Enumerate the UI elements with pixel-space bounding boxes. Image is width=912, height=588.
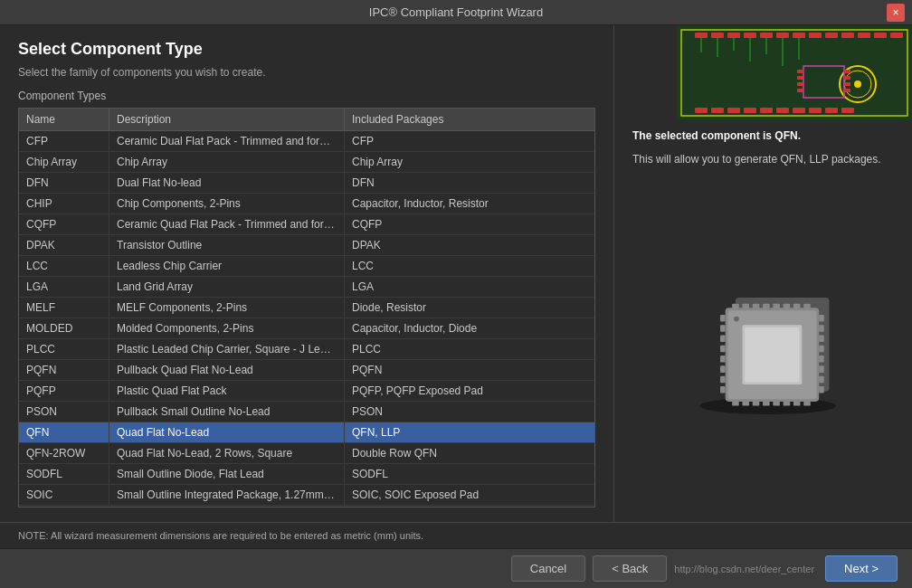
cell-packages: Diode, Resistor (345, 298, 594, 318)
svg-rect-65 (793, 401, 800, 406)
svg-rect-60 (742, 401, 749, 406)
svg-rect-78 (819, 346, 824, 353)
cell-name: PQFP (19, 381, 109, 401)
main-content: Select Component Type Select the family … (0, 25, 912, 588)
table-row[interactable]: DPAKTransistor OutlineDPAK (19, 235, 594, 256)
pcb-decoration (677, 25, 912, 120)
table-row[interactable]: DFNDual Flat No-leadDFN (19, 173, 594, 194)
cell-name: PLCC (19, 339, 109, 359)
cell-name: CFP (19, 131, 109, 151)
cell-packages: Capacitor, Inductor, Resistor (345, 194, 594, 213)
table-row[interactable]: Chip ArrayChip ArrayChip Array (19, 152, 594, 173)
svg-rect-6 (744, 33, 756, 38)
svg-point-83 (734, 317, 739, 322)
table-row[interactable]: LGALand Grid ArrayLGA (19, 277, 594, 298)
svg-rect-54 (763, 304, 770, 309)
svg-point-35 (854, 81, 861, 88)
table-row[interactable]: CHIPChip Components, 2-PinsCapacitor, In… (19, 194, 594, 214)
svg-rect-20 (760, 108, 773, 113)
svg-rect-14 (874, 33, 887, 38)
cell-name: MOLDED (19, 318, 109, 338)
svg-rect-16 (695, 108, 708, 113)
cell-name: CHIP (19, 194, 109, 213)
cell-name: MELF (19, 298, 109, 318)
svg-rect-69 (720, 335, 726, 342)
svg-rect-67 (720, 315, 726, 322)
cell-description: Ceramic Dual Flat Pack - Trimmed and for… (109, 131, 345, 151)
table-row[interactable]: PLCCPlastic Leaded Chip Carrier, Square … (19, 339, 594, 360)
table-row[interactable]: QFN-2ROWQuad Flat No-Lead, 2 Rows, Squar… (19, 443, 594, 464)
svg-rect-37 (797, 70, 803, 73)
svg-rect-19 (744, 108, 756, 113)
cell-name: PSON (19, 402, 109, 422)
svg-rect-68 (720, 325, 726, 332)
cell-description: Ceramic Quad Flat Pack - Trimmed and for… (109, 214, 345, 234)
svg-rect-9 (793, 33, 805, 38)
table-row[interactable]: CFPCeramic Dual Flat Pack - Trimmed and … (19, 131, 594, 152)
cell-description: Small Outline Diode, Flat Lead (109, 464, 345, 484)
svg-rect-72 (720, 365, 726, 373)
table-row[interactable]: PSONPullback Small Outline No-LeadPSON (19, 402, 594, 422)
section-label: Component Types (18, 90, 595, 102)
svg-rect-7 (760, 33, 773, 38)
cell-packages: SODFL (345, 464, 594, 484)
svg-rect-62 (763, 401, 770, 406)
table-row[interactable]: CQFPCeramic Quad Flat Pack - Trimmed and… (19, 214, 594, 235)
cell-packages: CQFP (345, 214, 594, 234)
svg-rect-58 (803, 304, 811, 309)
table-row[interactable]: QFNQuad Flat No-LeadQFN, LLP (19, 422, 594, 443)
svg-rect-73 (720, 376, 726, 384)
svg-rect-63 (773, 401, 780, 406)
svg-rect-52 (742, 304, 749, 309)
cell-packages: Double Row QFN (345, 443, 594, 463)
cell-packages: SOIC, SOIC Exposed Pad (345, 485, 594, 505)
svg-rect-4 (711, 33, 724, 38)
table-row[interactable]: MOLDEDMolded Components, 2-PinsCapacitor… (19, 318, 594, 339)
next-button[interactable]: Next > (825, 555, 898, 582)
cell-packages: DFN (345, 173, 594, 193)
svg-rect-71 (720, 356, 726, 363)
table-row[interactable]: SOICSmall Outline Integrated Package, 1.… (19, 485, 594, 506)
cell-packages: CFP (345, 131, 594, 151)
cell-packages: PQFP, PQFP Exposed Pad (345, 381, 594, 401)
cell-packages: LCC (345, 256, 594, 276)
svg-rect-17 (711, 108, 724, 113)
svg-rect-81 (819, 376, 824, 384)
svg-rect-53 (752, 304, 759, 309)
svg-rect-41 (844, 70, 850, 73)
cell-packages: DPAK (345, 235, 594, 255)
cell-description: Leadless Chip Carrier (109, 256, 345, 276)
svg-rect-3 (695, 33, 708, 38)
table-row[interactable]: SODFLSmall Outline Diode, Flat LeadSODFL (19, 464, 594, 485)
title-bar: IPC® Compliant Footprint Wizard × (0, 0, 912, 25)
component-type-table: Name Description Included Packages BGABa… (18, 108, 595, 507)
cell-description: Dual Flat No-lead (109, 173, 345, 193)
table-row[interactable]: MELFMELF Components, 2-PinsDiode, Resist… (19, 298, 594, 318)
svg-rect-79 (819, 356, 824, 363)
cell-packages: PQFN (345, 360, 594, 380)
cell-description: Molded Components, 2-Pins (109, 318, 345, 338)
svg-rect-10 (809, 33, 822, 38)
svg-rect-77 (819, 335, 824, 342)
cancel-button[interactable]: Cancel (511, 555, 585, 582)
svg-rect-25 (841, 108, 854, 113)
cell-description: Pullback Small Outline No-Lead (109, 402, 345, 422)
svg-rect-24 (825, 108, 838, 113)
table-row[interactable]: PQFNPullback Quad Flat No-LeadPQFN (19, 360, 594, 381)
window-title: IPC® Compliant Footprint Wizard (25, 5, 887, 19)
svg-rect-38 (797, 76, 803, 80)
close-button[interactable]: × (887, 4, 905, 22)
table-header: Name Description Included Packages (19, 109, 594, 131)
svg-rect-80 (819, 365, 824, 373)
svg-rect-11 (825, 33, 838, 38)
table-row[interactable]: LCCLeadless Chip CarrierLCC (19, 256, 594, 277)
col-packages: Included Packages (345, 109, 594, 130)
svg-rect-76 (819, 325, 824, 332)
svg-rect-22 (793, 108, 805, 113)
table-body[interactable]: BGABall Grid ArrayBGA, CGABQFPBumpered Q… (19, 131, 594, 506)
cell-description: Chip Array (109, 152, 345, 172)
back-button[interactable]: < Back (593, 555, 667, 582)
cell-description: MELF Components, 2-Pins (109, 298, 345, 318)
table-row[interactable]: PQFPPlastic Quad Flat PackPQFP, PQFP Exp… (19, 381, 594, 402)
svg-rect-82 (819, 386, 824, 394)
